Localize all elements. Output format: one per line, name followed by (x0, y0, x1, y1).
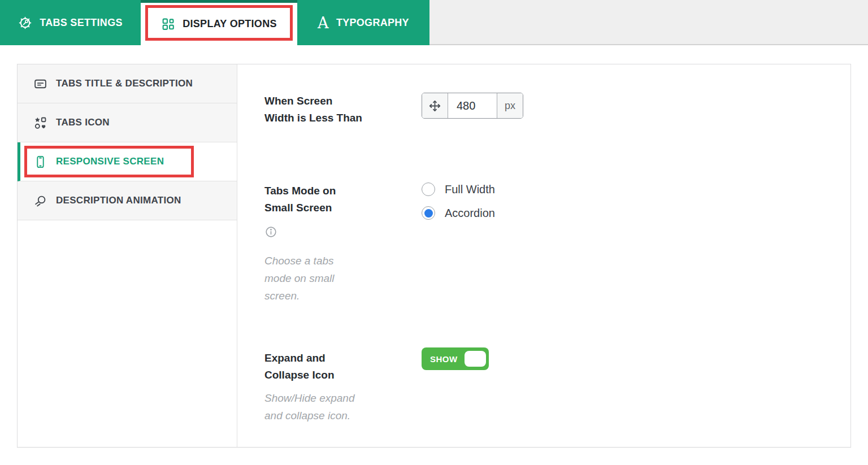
radio-accordion[interactable]: Accordion (422, 206, 495, 220)
sidebar-item-responsive-screen[interactable]: RESPONSIVE SCREEN (18, 142, 237, 181)
tab-typography[interactable]: A TYPOGRAPHY (297, 0, 429, 45)
field-label: When Screen Width is Less Than (264, 93, 362, 127)
toggle-state-label: SHOW (430, 354, 458, 364)
field-help-text: Show/Hide expand and collapse icon. (264, 389, 369, 424)
sidebar-item-description-animation[interactable]: DESCRIPTION ANIMATION (18, 181, 237, 220)
sidebar: TABS TITLE & DESCRIPTION TABS ICON R (18, 64, 237, 447)
field-label: Expand and Collapse Icon (264, 350, 369, 384)
grid-squares-icon (161, 17, 175, 31)
sidebar-item-label: RESPONSIVE SCREEN (56, 156, 164, 167)
sidebar-item-label: TABS TITLE & DESCRIPTION (56, 78, 193, 89)
tabs-mode-options: Full Width Accordion (422, 182, 495, 220)
sidebar-item-tabs-icon[interactable]: TABS ICON (18, 103, 237, 142)
screen-width-input-group: px (422, 93, 523, 119)
radio-circle[interactable] (422, 182, 435, 196)
tab-tabs-settings[interactable]: TABS SETTINGS (0, 0, 141, 45)
toggle-knob[interactable] (465, 351, 486, 367)
settings-content: When Screen Width is Less Than px (237, 64, 850, 447)
letter-a-icon: A (318, 15, 329, 31)
field-screen-width: When Screen Width is Less Than px (264, 93, 362, 127)
radio-label: Full Width (445, 183, 495, 196)
radio-circle-selected[interactable] (422, 206, 435, 220)
smartphone-icon (33, 155, 47, 169)
shapes-icon (33, 116, 47, 130)
drag-handle-move-icon[interactable] (422, 93, 448, 118)
text-card-icon (33, 77, 47, 91)
radio-full-width[interactable]: Full Width (422, 182, 495, 196)
screen-width-input[interactable] (448, 93, 497, 118)
tab-display-options[interactable]: DISPLAY OPTIONS (141, 0, 297, 45)
sidebar-item-label: DESCRIPTION ANIMATION (56, 195, 181, 206)
show-hide-toggle[interactable]: SHOW (422, 347, 489, 370)
field-expand-collapse-icon: Expand and Collapse Icon Show/Hide expan… (264, 350, 369, 424)
field-help-text: Choose a tabs mode on small screen. (264, 252, 349, 305)
motion-icon (33, 194, 47, 208)
tab-label: TABS SETTINGS (40, 17, 123, 29)
unit-label: px (497, 93, 523, 118)
field-tabs-mode: Tabs Mode on Small Screen Choose a tabs … (264, 182, 349, 305)
info-icon[interactable] (264, 225, 349, 241)
settings-gear-wrench-icon (18, 16, 32, 30)
radio-label: Accordion (445, 207, 495, 220)
top-tab-bar: TABS SETTINGS DISPLAY OPTIONS A TYPOGRAP… (0, 0, 868, 45)
tab-label: TYPOGRAPHY (336, 17, 409, 29)
sidebar-item-tabs-title-description[interactable]: TABS TITLE & DESCRIPTION (18, 64, 237, 103)
field-label: Tabs Mode on Small Screen (264, 182, 349, 216)
tab-bar-filler (429, 0, 868, 45)
sidebar-item-label: TABS ICON (56, 117, 110, 128)
settings-panel: TABS TITLE & DESCRIPTION TABS ICON R (17, 64, 851, 447)
tab-label: DISPLAY OPTIONS (183, 18, 277, 30)
